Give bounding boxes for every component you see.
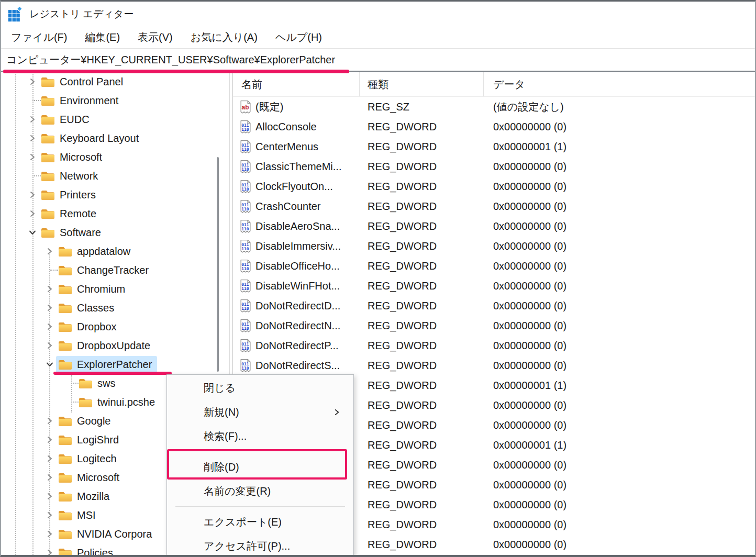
tree-item-row: LogiShrd — [56, 431, 124, 448]
tree-item-microsoft[interactable]: Microsoft — [1, 148, 229, 166]
title-bar[interactable]: レジストリ エディター — [1, 2, 755, 26]
tree-item-environment[interactable]: Environment — [1, 91, 229, 110]
value-name-cell: ClockFlyoutOn... — [233, 176, 360, 196]
value-name: CenterMenus — [255, 141, 318, 153]
tree-scrollbar[interactable] — [217, 157, 219, 372]
value-type: REG_DWORD — [360, 137, 484, 157]
tree-item-control-panel[interactable]: Control Panel — [1, 72, 229, 91]
tree-item-changetracker[interactable]: ChangeTracker — [1, 261, 229, 280]
value-data: 0x00000000 (0) — [484, 534, 755, 554]
menu-item-edit[interactable]: 編集(E) — [76, 27, 129, 48]
context-menu-item-delete[interactable]: 削除(D) — [167, 455, 353, 479]
folder-icon — [41, 76, 55, 87]
column-header-name[interactable]: 名前 — [233, 72, 360, 96]
annotation-underline-path — [3, 70, 349, 73]
table-row[interactable]: ClassicThemeMi...REG_DWORD0x00000000 (0) — [233, 157, 755, 176]
table-row[interactable]: ClockFlyoutOn...REG_DWORD0x00000000 (0) — [233, 176, 755, 196]
table-row[interactable]: DoNotRedirectP...REG_DWORD0x00000000 (0) — [233, 336, 755, 355]
tree-item-label: Microsoft — [60, 151, 102, 163]
tree-item-remote[interactable]: Remote — [1, 204, 229, 223]
tree-item-row: DropboxUpdate — [56, 337, 155, 354]
menu-separator — [175, 506, 345, 507]
context-menu-item-rename[interactable]: 名前の変更(R) — [167, 479, 353, 503]
context-menu-item-new[interactable]: 新規(N) — [167, 400, 353, 424]
tree-item-label: ExplorerPatcher — [77, 359, 152, 371]
tree-item-row: Network — [39, 168, 103, 184]
reg-sz-icon — [239, 100, 252, 114]
table-row[interactable]: DisableOfficeHo...REG_DWORD0x00000000 (0… — [233, 256, 755, 276]
value-name-cell: CrashCounter — [233, 196, 360, 216]
table-row[interactable]: CrashCounterREG_DWORD0x00000000 (0) — [233, 196, 755, 216]
menu-item-favorites[interactable]: お気に入り(A) — [182, 27, 266, 48]
folder-icon — [41, 133, 55, 144]
value-type: REG_DWORD — [360, 355, 484, 375]
tree-item-dropbox[interactable]: Dropbox — [1, 317, 229, 336]
tree-item-row: Microsoft — [39, 149, 107, 165]
context-menu-item-find[interactable]: 検索(F)... — [167, 424, 353, 448]
tree-item-label: Software — [60, 227, 101, 239]
context-menu-item-export[interactable]: エクスポート(E) — [167, 510, 353, 534]
tree-item-label: Control Panel — [60, 76, 123, 88]
folder-icon — [41, 190, 55, 200]
value-type: REG_DWORD — [360, 395, 484, 415]
value-name: (既定) — [255, 100, 283, 114]
context-menu-item-label: 新規(N) — [204, 405, 239, 419]
value-name: AllocConsole — [255, 121, 317, 133]
menu-spacer — [167, 448, 353, 455]
reg-dword-icon — [239, 299, 252, 313]
tree-item-label: MSI — [77, 509, 96, 521]
tree-item-classes[interactable]: Classes — [1, 298, 229, 317]
tree-item-row: Google — [56, 413, 116, 429]
tree-item-label: EUDC — [60, 114, 90, 126]
tree-item-row: Chromium — [56, 281, 130, 297]
table-row[interactable]: AllocConsoleREG_DWORD0x00000000 (0) — [233, 117, 755, 137]
reg-dword-icon — [239, 180, 252, 194]
table-row[interactable]: DisableImmersiv...REG_DWORD0x00000000 (0… — [233, 236, 755, 256]
table-row[interactable]: DoNotRedirectN...REG_DWORD0x00000000 (0) — [233, 316, 755, 336]
column-header-data[interactable]: データ — [484, 72, 755, 96]
value-type: REG_DWORD — [360, 216, 484, 236]
tree-item-row: Printers — [39, 186, 101, 203]
value-name: DisableWinFHot... — [255, 280, 340, 292]
tree-item-software[interactable]: Software — [1, 223, 229, 242]
table-row[interactable]: CenterMenusREG_DWORD0x00000001 (1) — [233, 137, 755, 157]
tree-item-dropboxupdate[interactable]: DropboxUpdate — [1, 336, 229, 355]
menu-item-view[interactable]: 表示(V) — [129, 27, 182, 48]
annotation-underline-explorerpatcher — [53, 372, 172, 375]
tree-item-explorerpatcher[interactable]: ExplorerPatcher — [1, 355, 229, 374]
tree-item-label: ChangeTracker — [77, 264, 149, 276]
reg-dword-icon — [239, 120, 252, 134]
value-type: REG_DWORD — [360, 375, 484, 395]
folder-icon — [41, 227, 55, 238]
value-type: REG_DWORD — [360, 515, 484, 534]
tree-item-printers[interactable]: Printers — [1, 185, 229, 204]
reg-dword-icon — [239, 359, 252, 373]
value-type: REG_DWORD — [360, 176, 484, 196]
table-row[interactable]: DoNotRedirectD...REG_DWORD0x00000000 (0) — [233, 296, 755, 316]
tree-item-keyboard-layout[interactable]: Keyboard Layout — [1, 129, 229, 148]
table-row[interactable]: (既定)REG_SZ(値の設定なし) — [233, 97, 755, 117]
tree-item-row: Mozilla — [56, 488, 115, 505]
table-row[interactable]: DisableWinFHot...REG_DWORD0x00000000 (0) — [233, 276, 755, 296]
tree-item-appdatalow[interactable]: appdatalow — [1, 242, 229, 261]
menu-item-help[interactable]: ヘルプ(H) — [266, 27, 331, 48]
tree-item-network[interactable]: Network — [1, 166, 229, 185]
value-name: CrashCounter — [255, 200, 321, 213]
context-menu-item-close[interactable]: 閉じる — [167, 376, 353, 400]
table-row[interactable]: DoNotRedirectS...REG_DWORD0x00000000 (0) — [233, 355, 755, 375]
address-bar[interactable]: コンピューター¥HKEY_CURRENT_USER¥Software¥Explo… — [1, 49, 755, 72]
menu-item-file[interactable]: ファイル(F) — [2, 27, 76, 48]
value-name-cell: CenterMenus — [233, 137, 360, 157]
registry-app-icon — [7, 6, 23, 22]
folder-icon — [41, 152, 55, 163]
value-type: REG_DWORD — [360, 534, 484, 554]
tree-item-chromium[interactable]: Chromium — [1, 280, 229, 298]
tree-item-label: Microsoft — [77, 472, 119, 484]
table-row[interactable]: DisableAeroSna...REG_DWORD0x00000000 (0) — [233, 216, 755, 236]
column-header-type[interactable]: 種類 — [360, 72, 484, 96]
value-type: REG_DWORD — [360, 157, 484, 176]
value-name-cell: DisableOfficeHo... — [233, 256, 360, 276]
context-menu-item-permissions[interactable]: アクセス許可(P)... — [167, 534, 353, 557]
tree-item-eudc[interactable]: EUDC — [1, 110, 229, 129]
tree-item-row: Classes — [56, 299, 119, 316]
